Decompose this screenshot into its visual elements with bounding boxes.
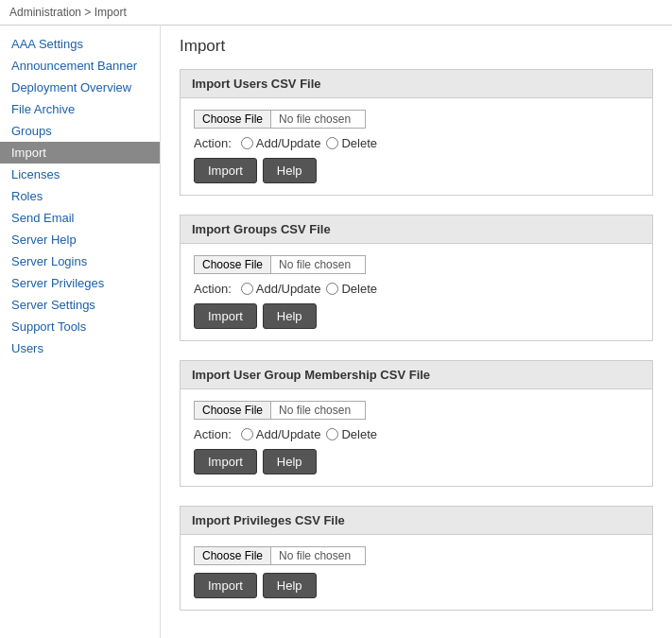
sidebar-item-aaa-settings[interactable]: AAA Settings — [0, 33, 160, 55]
add-update-radio-2[interactable] — [241, 428, 253, 440]
delete-radio-label-2[interactable]: Delete — [326, 427, 377, 441]
import-button-0[interactable]: Import — [194, 158, 257, 183]
import-section-2: Import User Group Membership CSV FileCho… — [180, 360, 653, 487]
import-section-body-3: Choose FileNo file chosenImportHelp — [181, 535, 652, 610]
file-row-3: Choose FileNo file chosen — [194, 546, 639, 565]
file-row-2: Choose FileNo file chosen — [194, 401, 639, 420]
sidebar-item-server-settings[interactable]: Server Settings — [0, 294, 160, 316]
action-row-0: Action:Add/UpdateDelete — [194, 136, 639, 150]
import-section-1: Import Groups CSV FileChoose FileNo file… — [180, 215, 653, 341]
main-content: Import Import Users CSV FileChoose FileN… — [161, 26, 672, 638]
btn-row-2: ImportHelp — [194, 449, 639, 474]
import-button-3[interactable]: Import — [194, 573, 257, 598]
help-button-2[interactable]: Help — [263, 449, 317, 474]
sidebar-item-support-tools[interactable]: Support Tools — [0, 316, 160, 337]
delete-radio-label-1[interactable]: Delete — [326, 282, 377, 296]
import-section-body-0: Choose FileNo file chosenAction:Add/Upda… — [181, 98, 652, 195]
action-label-2: Action: — [194, 427, 232, 441]
file-no-chosen-0: No file chosen — [271, 110, 366, 129]
file-row-1: Choose FileNo file chosen — [194, 255, 639, 274]
delete-radio-1[interactable] — [326, 283, 338, 295]
page-title: Import — [180, 37, 653, 56]
import-section-header-2: Import User Group Membership CSV File — [181, 361, 652, 389]
choose-file-button-3[interactable]: Choose File — [194, 546, 271, 565]
import-section-header-3: Import Privileges CSV File — [181, 507, 652, 535]
delete-radio-2[interactable] — [326, 428, 338, 440]
btn-row-3: ImportHelp — [194, 573, 639, 598]
file-no-chosen-2: No file chosen — [271, 401, 366, 420]
sidebar-item-roles[interactable]: Roles — [0, 185, 160, 207]
file-no-chosen-1: No file chosen — [271, 255, 366, 274]
delete-radio-0[interactable] — [326, 137, 338, 149]
delete-radio-label-0[interactable]: Delete — [326, 136, 377, 150]
action-row-1: Action:Add/UpdateDelete — [194, 282, 639, 296]
choose-file-button-1[interactable]: Choose File — [194, 255, 271, 274]
import-section-header-1: Import Groups CSV File — [181, 216, 652, 244]
help-button-3[interactable]: Help — [263, 573, 317, 598]
sidebar-item-import[interactable]: Import — [0, 142, 160, 164]
sidebar-item-server-logins[interactable]: Server Logins — [0, 250, 160, 272]
sidebar-item-groups[interactable]: Groups — [0, 120, 160, 142]
sidebar-item-announcement-banner[interactable]: Announcement Banner — [0, 55, 160, 77]
action-label-0: Action: — [194, 136, 232, 150]
add-update-radio-label-0[interactable]: Add/Update — [241, 136, 321, 150]
add-update-radio-label-1[interactable]: Add/Update — [241, 282, 321, 296]
help-button-0[interactable]: Help — [263, 158, 317, 183]
import-button-2[interactable]: Import — [194, 449, 257, 474]
sidebar-item-server-privileges[interactable]: Server Privileges — [0, 272, 160, 294]
sidebar-item-licenses[interactable]: Licenses — [0, 164, 160, 185]
file-row-0: Choose FileNo file chosen — [194, 110, 639, 129]
sidebar-item-deployment-overview[interactable]: Deployment Overview — [0, 77, 160, 98]
import-section-3: Import Privileges CSV FileChoose FileNo … — [180, 506, 653, 611]
btn-row-0: ImportHelp — [194, 158, 639, 183]
choose-file-button-0[interactable]: Choose File — [194, 110, 271, 129]
choose-file-button-2[interactable]: Choose File — [194, 401, 271, 420]
add-update-radio-0[interactable] — [241, 137, 253, 149]
sidebar-item-server-help[interactable]: Server Help — [0, 229, 160, 250]
sidebar-item-file-archive[interactable]: File Archive — [0, 98, 160, 120]
add-update-radio-1[interactable] — [241, 283, 253, 295]
btn-row-1: ImportHelp — [194, 303, 639, 329]
help-button-1[interactable]: Help — [263, 303, 317, 329]
sidebar-item-send-email[interactable]: Send Email — [0, 207, 160, 229]
sidebar-item-users[interactable]: Users — [0, 337, 160, 359]
sidebar: AAA SettingsAnnouncement BannerDeploymen… — [0, 26, 161, 638]
breadcrumb: Administration > Import — [0, 0, 672, 26]
import-button-1[interactable]: Import — [194, 303, 257, 329]
import-section-body-1: Choose FileNo file chosenAction:Add/Upda… — [181, 244, 652, 340]
file-no-chosen-3: No file chosen — [271, 546, 366, 565]
import-section-0: Import Users CSV FileChoose FileNo file … — [180, 69, 653, 196]
action-row-2: Action:Add/UpdateDelete — [194, 427, 639, 441]
import-section-header-0: Import Users CSV File — [181, 70, 652, 98]
import-section-body-2: Choose FileNo file chosenAction:Add/Upda… — [181, 389, 652, 486]
action-label-1: Action: — [194, 282, 232, 296]
add-update-radio-label-2[interactable]: Add/Update — [241, 427, 321, 441]
